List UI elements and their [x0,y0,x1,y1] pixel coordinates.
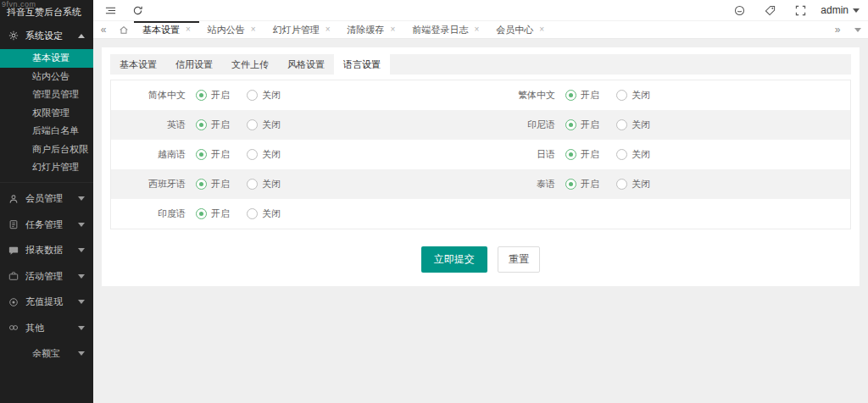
recharge-icon [8,297,19,307]
radio-off[interactable]: 关闭 [247,148,281,161]
radio-off[interactable]: 关闭 [247,207,281,220]
sidebar-item-permission-management[interactable]: 权限管理 [0,104,93,123]
radio-on[interactable]: 开启 [565,89,599,102]
radio-off[interactable]: 关闭 [616,119,650,131]
chevron-up-icon [78,34,85,38]
tabs-scroll-right-icon[interactable]: » [827,24,848,36]
report-icon [8,246,19,256]
form-actions: 立即提交 重置 [102,246,860,273]
radio-circle-icon [565,179,576,190]
close-icon[interactable]: × [251,25,256,34]
radio-on[interactable]: 开启 [196,178,230,190]
tab-clear-cache[interactable]: 清除缓存 × [339,21,404,38]
menu-label: 余额宝 [32,347,60,360]
home-icon[interactable] [114,21,134,38]
tag-icon[interactable] [760,0,780,20]
tab-label: 幻灯片管理 [273,24,320,36]
radio-off[interactable]: 关闭 [616,89,650,102]
radio-label: 关闭 [262,207,281,220]
submit-button[interactable]: 立即提交 [421,246,487,273]
radio-on[interactable]: 开启 [565,148,599,161]
radio-on[interactable]: 开启 [565,119,599,131]
field-label: 日语 [481,148,565,161]
system-submenu: 基本设置 站内公告 管理员管理 权限管理 后端白名单 商户后台权限 幻灯片管理 [0,49,93,177]
radio-label: 关闭 [632,119,650,131]
radio-label: 开启 [581,148,599,161]
radio-label: 关闭 [262,148,281,161]
reset-button[interactable]: 重置 [498,246,540,273]
close-icon[interactable]: × [326,25,331,34]
radio-circle-icon [565,90,576,101]
radio-circle-icon [565,119,576,130]
radio-on[interactable]: 开启 [565,178,599,190]
sidebar-item-other[interactable]: 其他 [0,315,93,341]
sidebar-item-task-management[interactable]: 任务管理 [0,212,93,238]
username: admin [821,4,849,16]
settings-tab-file-upload[interactable]: 文件上传 [222,54,278,75]
tabs-scroll-left-icon[interactable]: « [93,21,114,38]
menu-fold-icon[interactable] [100,0,120,20]
tab-frontend-login-log[interactable]: 前端登录日志 × [403,21,487,38]
radio-label: 开启 [211,89,230,102]
close-icon[interactable]: × [391,25,396,34]
sidebar-item-yuebao[interactable]: 余额宝 [0,341,93,367]
form-field-traditional-chinese: 繁体中文 开启 关闭 [481,80,850,110]
tab-site-announcement[interactable]: 站内公告 × [199,21,264,38]
radio-circle-icon [247,208,258,219]
sidebar-item-merchant-backend-permission[interactable]: 商户后台权限 [0,141,93,159]
sidebar-item-site-announcement[interactable]: 站内公告 [0,68,93,86]
message-icon[interactable] [729,0,749,20]
close-icon[interactable]: × [474,25,479,34]
field-label: 泰语 [481,178,565,190]
sidebar-item-member-management[interactable]: 会员管理 [0,186,93,213]
radio-on[interactable]: 开启 [196,148,230,161]
fullscreen-icon[interactable] [790,0,810,20]
sidebar-item-recharge-withdraw[interactable]: 充值提现 [0,290,93,316]
radio-circle-icon [196,208,207,219]
radio-on[interactable]: 开启 [196,119,230,131]
radio-on[interactable]: 开启 [196,207,230,220]
tab-slideshow-management[interactable]: 幻灯片管理 × [264,21,339,38]
chevron-down-icon [854,28,861,32]
user-menu[interactable]: admin [821,4,860,16]
sidebar-item-report-data[interactable]: 报表数据 [0,238,93,264]
settings-tabs: 基本设置 信用设置 文件上传 风格设置 语言设置 [110,54,851,75]
radio-off[interactable]: 关闭 [247,178,281,190]
tabs-menu-icon[interactable] [848,28,868,32]
sidebar-item-activity-management[interactable]: 活动管理 [0,263,93,290]
tab-label: 前端登录日志 [412,24,468,36]
refresh-icon[interactable] [127,0,147,20]
radio-circle-icon [616,90,627,101]
radio-off[interactable]: 关闭 [247,89,281,102]
sidebar-item-basic-settings[interactable]: 基本设置 [0,49,93,68]
form-row: 西班牙语 开启 关闭 泰语 开启 关闭 [111,169,850,199]
radio-circle-icon [247,119,258,130]
field-label: 英语 [111,119,196,131]
tab-member-center[interactable]: 会员中心 × [487,21,553,38]
settings-tab-credit[interactable]: 信用设置 [166,54,222,75]
tab-label: 站内公告 [208,24,245,36]
settings-tab-style[interactable]: 风格设置 [278,54,334,75]
app-title: 抖音互赞后台系统 [7,6,81,19]
sidebar-item-admin-management[interactable]: 管理员管理 [0,86,93,104]
radio-off[interactable]: 关闭 [616,178,650,190]
radio-off[interactable]: 关闭 [616,148,650,161]
radio-circle-icon [616,119,627,130]
close-icon[interactable]: × [186,25,191,34]
form-field-thai: 泰语 开启 关闭 [481,169,850,199]
sidebar-item-backend-whitelist[interactable]: 后端白名单 [0,122,93,141]
settings-tab-language[interactable]: 语言设置 [334,54,390,75]
radio-label: 开启 [211,148,230,161]
radio-off[interactable]: 关闭 [247,119,281,131]
sidebar-item-slideshow-management[interactable]: 幻灯片管理 [0,158,93,177]
radio-label: 关闭 [632,148,650,161]
sidebar-group-system-settings[interactable]: 系统设定 [0,22,93,49]
main-content: 基本设置 信用设置 文件上传 风格设置 语言设置 简体中文 开启 关闭 繁体中文… [93,39,868,403]
tab-label: 基本设置 [142,24,180,36]
radio-on[interactable]: 开启 [196,89,230,102]
form-field-indonesian: 印尼语 开启 关闭 [481,110,850,140]
tab-basic-settings[interactable]: 基本设置 × [134,21,199,38]
close-icon[interactable]: × [539,25,544,34]
chevron-down-icon [78,274,85,279]
settings-tab-basic[interactable]: 基本设置 [110,54,166,75]
